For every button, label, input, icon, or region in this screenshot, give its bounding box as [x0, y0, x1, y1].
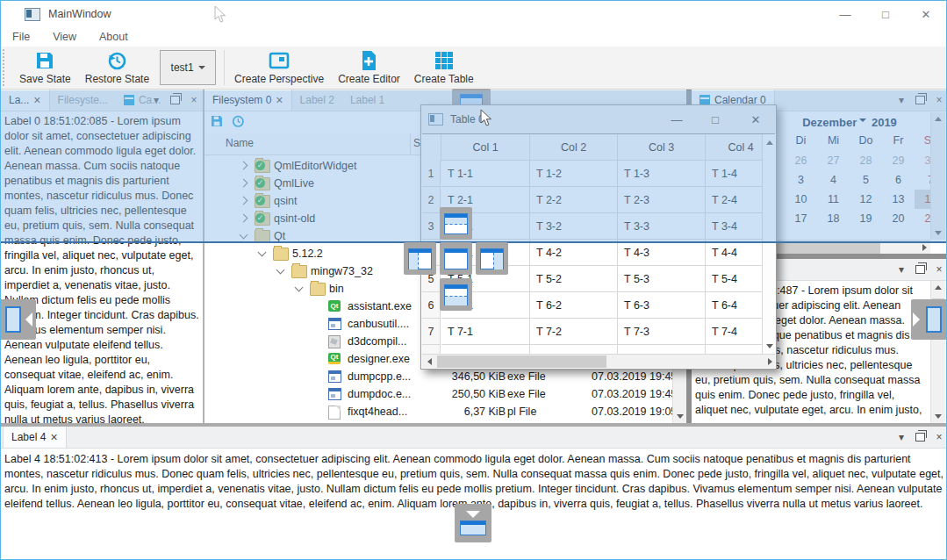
detach-icon[interactable] [915, 433, 925, 442]
table-cell[interactable]: T 4-2 [530, 240, 618, 266]
table-cell[interactable]: T 2-3 [618, 187, 706, 213]
expand-icon[interactable] [240, 214, 248, 223]
table-cell[interactable]: T 2-2 [530, 187, 618, 213]
close-panel-button[interactable]: × [933, 431, 945, 443]
create-table-button[interactable]: Create Table [407, 47, 481, 89]
table-cell[interactable]: T 1-2 [530, 161, 618, 187]
collapse-icon[interactable] [295, 284, 304, 292]
perspective-select[interactable]: test1 [160, 50, 216, 85]
close-button[interactable]: ✕ [906, 1, 946, 27]
calendar-day[interactable]: 20 [882, 209, 915, 228]
drop-indicator-split-top[interactable] [440, 207, 472, 240]
drop-indicator-right-edge[interactable] [911, 299, 947, 340]
calendar-day[interactable]: 29 [882, 151, 915, 170]
calendar-day[interactable]: 7 [915, 170, 930, 190]
calendar-day[interactable]: 5 [850, 170, 882, 190]
collapse-icon[interactable] [258, 248, 267, 257]
table-row-header[interactable]: 6 [422, 292, 441, 319]
floating-table-window[interactable]: Table 0 — □ ✕ Col 1Col 2Col 3Col 4 1T 1-… [420, 104, 777, 370]
tree-item[interactable]: dumpcpp.e...346,50 KiBexe File07.03.2019… [204, 368, 671, 385]
table-cell[interactable]: T 7-1 [441, 319, 530, 345]
table-hscrollbar[interactable] [422, 354, 775, 368]
drop-indicator-split-right[interactable] [476, 242, 508, 275]
save-state-button[interactable]: Save State [12, 47, 78, 89]
create-perspective-button[interactable]: Create Perspective [227, 47, 331, 89]
collapse-icon[interactable] [276, 266, 285, 275]
close-panel-button[interactable]: × [933, 263, 945, 276]
calendar-day[interactable]: 17 [785, 209, 817, 228]
tab-label4[interactable]: Label 4 × [3, 427, 67, 448]
scroll-up-button[interactable] [931, 281, 945, 294]
minimize-button[interactable]: — [658, 105, 695, 133]
close-icon[interactable]: × [50, 431, 57, 443]
tab-filesystem1[interactable]: Filesyste... [50, 90, 116, 111]
tree-item[interactable]: dumpdoc.e...250,50 KiBexe File07.03.2019… [204, 385, 671, 403]
expand-icon[interactable] [240, 179, 248, 188]
table-column-header[interactable]: Col 2 [530, 134, 618, 161]
detach-icon[interactable] [915, 96, 925, 104]
table-row-header[interactable]: 7 [422, 319, 441, 345]
menu-about[interactable]: About [88, 31, 140, 43]
close-panel-button[interactable]: × [188, 94, 200, 106]
table-row-header[interactable]: 2 [422, 187, 441, 213]
create-editor-button[interactable]: Create Editor [331, 47, 407, 89]
scroll-thumb[interactable] [437, 355, 606, 368]
calendar-day[interactable]: 30 [915, 151, 930, 170]
maximize-button[interactable]: □ [865, 1, 906, 27]
table-vscrollbar[interactable] [762, 134, 775, 354]
scroll-right-button[interactable] [918, 241, 930, 254]
scroll-down-button[interactable] [931, 410, 945, 423]
calendar-month[interactable]: Dezember [802, 116, 857, 129]
calendar-day[interactable]: 19 [850, 209, 882, 228]
table-row-header[interactable]: 1 [422, 161, 441, 187]
cal-vscrollbar[interactable] [930, 112, 945, 240]
table-cell[interactable]: T 1-1 [441, 161, 530, 187]
drop-indicator-bottom-edge[interactable] [455, 504, 491, 542]
minimize-button[interactable]: — [825, 1, 865, 27]
calendar-year[interactable]: 2019 [872, 116, 897, 129]
expand-icon[interactable] [240, 162, 248, 170]
title-bar[interactable]: MainWindow [1, 1, 946, 27]
scroll-right-button[interactable] [764, 355, 775, 368]
table-cell[interactable]: T 3-3 [618, 213, 706, 240]
calendar-day[interactable]: 28 [850, 151, 882, 170]
table-cell[interactable]: T 3-2 [530, 213, 618, 240]
tabs-menu-button[interactable]: ▾ [150, 94, 162, 106]
close-icon[interactable]: × [33, 94, 40, 106]
scroll-down-button[interactable] [763, 340, 775, 352]
expand-icon[interactable] [240, 197, 248, 205]
calendar-day[interactable]: 6 [882, 170, 915, 190]
drop-indicator-split-bottom[interactable] [440, 278, 472, 311]
calendar-day[interactable]: 21 [915, 209, 930, 228]
scroll-up-button[interactable] [931, 112, 945, 126]
calendar-day[interactable]: 14 [915, 190, 930, 209]
menu-view[interactable]: View [41, 31, 88, 43]
menu-file[interactable]: File [1, 31, 41, 43]
drop-indicator-center[interactable] [440, 242, 472, 275]
close-button[interactable]: ✕ [737, 105, 774, 133]
tabs-menu-button[interactable]: ▾ [895, 431, 908, 443]
table-cell[interactable]: T 6-3 [618, 292, 706, 319]
drop-indicator-split-left[interactable] [404, 242, 436, 275]
calendar-day[interactable]: 18 [817, 209, 850, 228]
drop-indicator-left-edge[interactable] [0, 299, 36, 340]
calendar-day[interactable]: 13 [882, 190, 915, 209]
table-row-header[interactable]: 3 [422, 213, 441, 240]
table-cell[interactable]: T 7-3 [618, 319, 706, 345]
table-column-header[interactable]: Col 1 [441, 134, 530, 161]
calendar-day[interactable]: 11 [817, 190, 850, 209]
table-cell[interactable]: T 5-2 [530, 266, 618, 292]
scroll-up-button[interactable] [763, 136, 775, 148]
restore-state-button[interactable]: Restore State [78, 47, 156, 89]
scroll-left-button[interactable] [423, 355, 435, 368]
calendar-day[interactable]: 10 [785, 190, 817, 209]
detach-icon[interactable] [170, 96, 180, 104]
calendar-day[interactable]: 27 [817, 151, 850, 170]
tab-label0[interactable]: La... × [1, 90, 50, 111]
table-cell[interactable]: T 1-3 [618, 161, 706, 187]
collapse-icon[interactable] [240, 231, 248, 240]
table-cell[interactable]: T 4-3 [618, 240, 706, 266]
calendar-day[interactable]: 12 [850, 190, 882, 209]
calendar-day[interactable]: 3 [785, 170, 817, 190]
table-column-header[interactable]: Col 3 [618, 134, 706, 161]
